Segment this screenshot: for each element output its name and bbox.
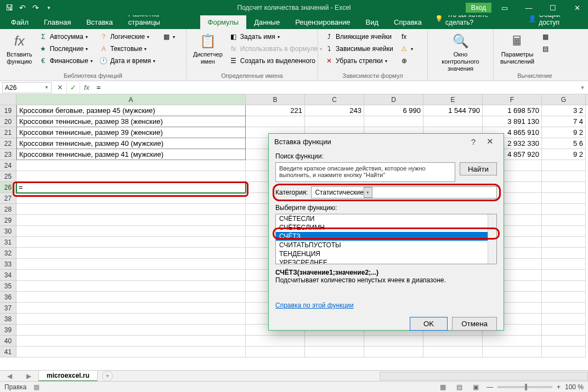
- column-header[interactable]: D: [364, 94, 423, 105]
- cell[interactable]: [542, 248, 586, 259]
- undo-icon[interactable]: ↶: [16, 2, 29, 14]
- function-list-item[interactable]: СЧИТАТЬПУСТОТЫ: [276, 241, 496, 249]
- zoom-out-button[interactable]: —: [487, 383, 493, 391]
- cell[interactable]: [542, 182, 586, 193]
- cell[interactable]: [542, 237, 586, 248]
- calc-options-button[interactable]: 🖩 Параметры вычислений: [498, 31, 536, 66]
- cell[interactable]: 7 4: [542, 116, 586, 127]
- login-button[interactable]: Вход: [466, 3, 491, 13]
- cell[interactable]: [423, 336, 483, 346]
- row-header[interactable]: 35: [0, 281, 16, 292]
- cell[interactable]: [16, 325, 246, 336]
- cell[interactable]: [16, 193, 246, 204]
- name-manager-button[interactable]: 📋 Диспетчер имен: [191, 31, 225, 66]
- cell[interactable]: [542, 160, 586, 171]
- row-header[interactable]: 26: [0, 182, 16, 193]
- cell[interactable]: [364, 116, 423, 127]
- cell[interactable]: [483, 346, 542, 357]
- cell[interactable]: [305, 116, 364, 127]
- cell[interactable]: [542, 171, 586, 182]
- cell[interactable]: [305, 336, 364, 346]
- cell[interactable]: [364, 336, 423, 346]
- select-all-corner[interactable]: [0, 94, 16, 105]
- expand-formula-icon[interactable]: ▼: [577, 85, 588, 90]
- cell[interactable]: [16, 259, 246, 270]
- datetime-button[interactable]: 🕐Дата и время ▾: [97, 55, 157, 66]
- row-header[interactable]: 33: [0, 259, 16, 270]
- cell[interactable]: [305, 346, 364, 357]
- qat-customize-icon[interactable]: ▼: [43, 2, 55, 14]
- cell[interactable]: 3 891 130: [483, 116, 542, 127]
- function-list[interactable]: СЧЁТЕСЛИСЧЁТЕСЛИМНСЧЁТЗСЧИТАТЬПУСТОТЫТЕН…: [275, 214, 497, 264]
- error-check-button[interactable]: ⚠▾: [398, 43, 415, 54]
- cell[interactable]: 5 6: [542, 138, 586, 149]
- column-header[interactable]: B: [246, 94, 305, 105]
- trace-precedents-button[interactable]: ⤴Влияющие ячейки: [323, 31, 395, 42]
- accessibility-icon[interactable]: ▦: [33, 383, 39, 391]
- cell[interactable]: [542, 193, 586, 204]
- zoom-in-button[interactable]: +: [557, 383, 561, 391]
- cell[interactable]: [16, 292, 246, 303]
- row-header[interactable]: 32: [0, 248, 16, 259]
- cell[interactable]: [542, 259, 586, 270]
- cell[interactable]: [16, 270, 246, 281]
- tab-insert[interactable]: Вставка: [78, 15, 120, 29]
- dialog-close-icon[interactable]: ✕: [482, 137, 498, 146]
- function-help-link[interactable]: Справка по этой функции: [275, 302, 354, 309]
- function-list-item[interactable]: УРЕЗСРЕДНЕЕ: [276, 258, 496, 264]
- cell[interactable]: 3 2: [542, 105, 586, 116]
- cell[interactable]: [16, 336, 246, 346]
- maximize-icon[interactable]: ☐: [542, 0, 564, 15]
- cell[interactable]: [542, 336, 586, 346]
- column-header[interactable]: A: [16, 94, 246, 105]
- cell[interactable]: 6 990: [364, 105, 423, 116]
- row-header[interactable]: 19: [0, 105, 16, 116]
- cell[interactable]: [364, 346, 423, 357]
- row-header[interactable]: 24: [0, 160, 16, 171]
- row-header[interactable]: 30: [0, 226, 16, 237]
- cell[interactable]: [16, 215, 246, 226]
- ribbon-options-icon[interactable]: ▭: [494, 0, 516, 15]
- show-formulas-button[interactable]: fx: [398, 31, 415, 42]
- row-header[interactable]: 37: [0, 303, 16, 314]
- cell[interactable]: [542, 270, 586, 281]
- tab-data[interactable]: Данные: [246, 15, 287, 29]
- cell[interactable]: [542, 314, 586, 325]
- insert-function-button[interactable]: fx Вставить функцию: [4, 31, 35, 66]
- remove-arrows-button[interactable]: ✕Убрать стрелки ▾: [323, 55, 395, 66]
- row-header[interactable]: 34: [0, 270, 16, 281]
- row-header[interactable]: 36: [0, 292, 16, 303]
- function-list-item[interactable]: СЧЁТЕСЛИМН: [276, 223, 496, 232]
- formula-input[interactable]: [93, 83, 577, 92]
- sheet-tab-active[interactable]: microexcel.ru: [38, 370, 98, 382]
- use-in-formula-button[interactable]: fxИспользовать в формуле ▾: [227, 43, 324, 54]
- minimize-icon[interactable]: —: [518, 0, 540, 15]
- ok-button[interactable]: OK: [410, 317, 448, 331]
- row-header[interactable]: 27: [0, 193, 16, 204]
- cell[interactable]: [16, 204, 246, 215]
- cell[interactable]: [542, 346, 586, 357]
- cell[interactable]: [16, 248, 246, 259]
- calc-now-button[interactable]: ▦: [539, 31, 552, 42]
- recent-button[interactable]: ★Последние ▾: [37, 43, 95, 54]
- close-icon[interactable]: ✕: [566, 0, 588, 15]
- add-sheet-button[interactable]: +: [102, 371, 113, 382]
- cell[interactable]: [246, 336, 305, 346]
- logical-button[interactable]: ?Логические ▾: [97, 31, 157, 42]
- watch-window-button[interactable]: 🔍 Окно контрольного значения: [432, 31, 489, 74]
- row-header[interactable]: 21: [0, 127, 16, 138]
- cell[interactable]: 1 698 570: [483, 105, 542, 116]
- redo-icon[interactable]: ↷: [30, 2, 42, 14]
- cell[interactable]: =: [16, 182, 246, 193]
- tab-file[interactable]: Файл: [3, 15, 36, 29]
- row-header[interactable]: 25: [0, 171, 16, 182]
- cell[interactable]: 1 544 790: [423, 105, 483, 116]
- row-header[interactable]: 38: [0, 314, 16, 325]
- row-header[interactable]: 41: [0, 346, 16, 357]
- cancel-button[interactable]: Отмена: [452, 317, 497, 331]
- cell[interactable]: [542, 226, 586, 237]
- view-page-icon[interactable]: ▤: [454, 383, 466, 391]
- fx-button-icon[interactable]: fx: [80, 83, 93, 92]
- define-name-button[interactable]: ◧Задать имя ▾: [227, 31, 324, 42]
- column-header[interactable]: F: [483, 94, 542, 105]
